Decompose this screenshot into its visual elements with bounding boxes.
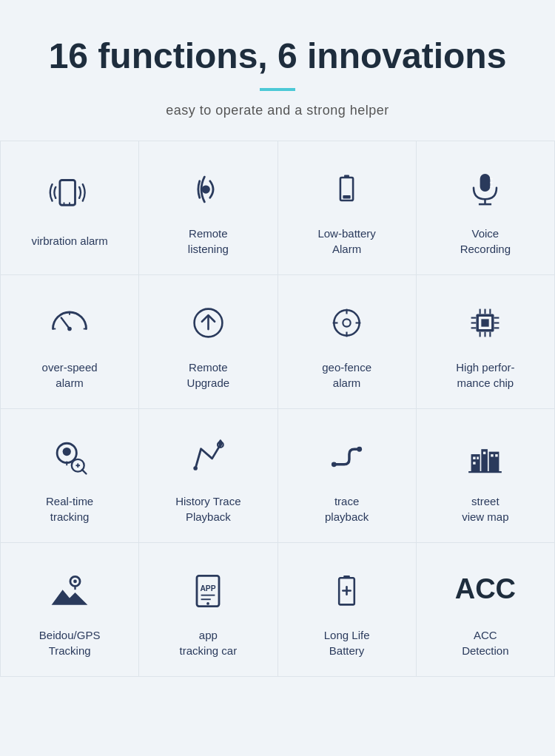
- overspeed-icon: [44, 297, 95, 349]
- low-battery-icon: [321, 163, 373, 215]
- svg-point-51: [332, 462, 337, 468]
- svg-rect-61: [496, 454, 498, 456]
- svg-point-4: [202, 185, 210, 193]
- trace-playback-label: traceplayback: [325, 493, 369, 524]
- svg-rect-58: [474, 462, 476, 465]
- grid-item-geo-fence: geo-fencealarm: [278, 275, 417, 409]
- chip-icon: [460, 297, 511, 349]
- svg-text:APP: APP: [201, 584, 216, 593]
- svg-rect-56: [474, 457, 476, 459]
- gps-icon: [44, 565, 95, 617]
- remote-listening-icon: [182, 163, 234, 215]
- remote-upgrade-label: RemoteUpgrade: [187, 360, 230, 391]
- low-battery-label: Low-batteryAlarm: [317, 226, 375, 257]
- remote-listening-label: Remotelistening: [188, 226, 229, 257]
- svg-line-45: [82, 470, 87, 474]
- svg-point-43: [63, 448, 71, 456]
- svg-rect-71: [343, 576, 350, 578]
- grid-item-long-battery: Long LifeBattery: [278, 543, 417, 677]
- geo-fence-label: geo-fencealarm: [322, 360, 371, 391]
- svg-rect-0: [60, 180, 75, 206]
- svg-point-22: [343, 320, 350, 327]
- grid-item-street-view: streetview map: [417, 409, 555, 543]
- grid-item-gps: Beidou/GPSTracking: [1, 543, 139, 677]
- grid-item-overspeed: over-speedalarm: [1, 275, 139, 409]
- acc-label: ACCDetection: [462, 627, 508, 658]
- app-tracking-label: apptracking car: [180, 627, 238, 658]
- svg-rect-29: [482, 320, 489, 327]
- remote-upgrade-icon: [182, 297, 234, 349]
- acc-icon: ACC: [460, 565, 511, 617]
- chip-label: High perfor-mance chip: [456, 360, 514, 391]
- svg-point-52: [357, 447, 362, 452]
- app-tracking-icon: APP: [182, 565, 234, 617]
- page-subtitle: easy to operate and a strong helper: [15, 103, 540, 118]
- svg-line-14: [61, 317, 70, 328]
- features-grid: virbration alarm Remotelistening Low-bat: [0, 141, 555, 677]
- svg-rect-7: [343, 195, 350, 198]
- svg-rect-57: [477, 457, 480, 459]
- grid-item-app-tracking: APP apptracking car: [139, 543, 278, 677]
- street-view-label: streetview map: [462, 493, 508, 524]
- grid-item-voice-recording: VoiceRecording: [417, 141, 555, 275]
- voice-recording-label: VoiceRecording: [460, 226, 511, 257]
- page-header: 16 functions, 6 innovations easy to oper…: [0, 0, 555, 141]
- street-view-icon: [460, 431, 511, 483]
- svg-point-64: [73, 579, 77, 583]
- grid-item-realtime: Real-timetracking: [1, 409, 139, 543]
- long-battery-label: Long LifeBattery: [324, 627, 370, 658]
- grid-item-history-trace: History TracePlayback: [139, 409, 278, 543]
- grid-item-low-battery: Low-batteryAlarm: [278, 141, 417, 275]
- history-trace-icon: [182, 431, 234, 483]
- page-title: 16 functions, 6 innovations: [15, 37, 540, 76]
- svg-rect-6: [344, 175, 349, 178]
- acc-big-text: ACC: [455, 573, 516, 605]
- vibration-icon: [44, 171, 95, 223]
- trace-playback-icon: [321, 431, 373, 483]
- title-underline: [260, 88, 295, 91]
- realtime-label: Real-timetracking: [46, 493, 93, 524]
- grid-item-remote-listening: Remotelistening: [139, 141, 278, 275]
- grid-item-remote-upgrade: RemoteUpgrade: [139, 275, 278, 409]
- svg-rect-60: [491, 454, 494, 456]
- history-trace-label: History TracePlayback: [175, 493, 240, 524]
- vibration-label: virbration alarm: [31, 233, 107, 249]
- long-battery-icon: [321, 565, 373, 617]
- gps-label: Beidou/GPSTracking: [39, 627, 101, 658]
- svg-point-15: [67, 326, 72, 331]
- svg-point-69: [207, 602, 210, 605]
- svg-rect-59: [483, 452, 485, 454]
- overspeed-label: over-speedalarm: [42, 360, 98, 391]
- geo-fence-icon: [321, 297, 373, 349]
- svg-point-48: [194, 466, 198, 470]
- voice-recording-icon: [460, 163, 511, 215]
- grid-item-vibration: virbration alarm: [1, 141, 139, 275]
- svg-rect-8: [480, 174, 491, 192]
- grid-item-trace-playback: traceplayback: [278, 409, 417, 543]
- realtime-tracking-icon: [44, 431, 95, 483]
- grid-item-acc: ACC ACCDetection: [417, 543, 555, 677]
- grid-item-chip: High perfor-mance chip: [417, 275, 555, 409]
